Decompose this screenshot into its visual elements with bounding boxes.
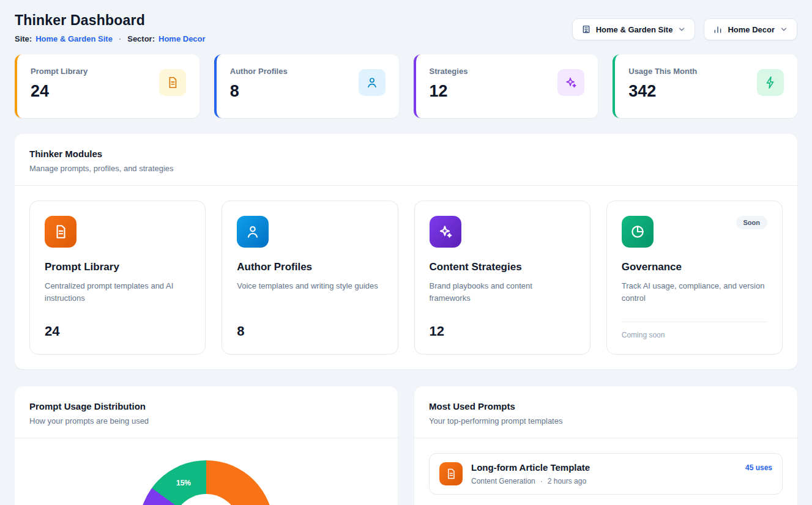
stat-label: Author Profiles bbox=[230, 67, 288, 76]
stat-value: 342 bbox=[628, 82, 697, 101]
usage-donut-chart: 15% bbox=[139, 460, 274, 505]
chevron-down-icon bbox=[677, 25, 686, 34]
module-card-content-strategies[interactable]: Content Strategies Brand playbooks and c… bbox=[414, 201, 590, 355]
site-label: Site: bbox=[15, 34, 32, 43]
stat-value: 24 bbox=[31, 82, 88, 101]
person-icon bbox=[237, 216, 269, 248]
prompt-title: Long-form Article Template bbox=[471, 462, 590, 473]
prompt-usage-card: Prompt Usage Distribution How your promp… bbox=[15, 386, 398, 505]
list-item[interactable]: Long-form Article Template Content Gener… bbox=[429, 453, 783, 495]
header-left: Thinker Dashboard Site: Home & Garden Si… bbox=[15, 12, 206, 43]
stats-row: Prompt Library 24 Author Profiles 8 Stra… bbox=[15, 54, 797, 118]
bar-chart-icon bbox=[713, 24, 723, 34]
stat-card-strategies: Strategies 12 bbox=[414, 54, 598, 118]
modules-panel-title: Thinker Modules bbox=[29, 149, 783, 159]
lightning-icon bbox=[757, 69, 784, 96]
stat-card-prompt-library: Prompt Library 24 bbox=[15, 54, 199, 118]
module-card-governance[interactable]: Soon Governance Track AI usage, complian… bbox=[606, 201, 783, 355]
page-header: Thinker Dashboard Site: Home & Garden Si… bbox=[15, 12, 797, 43]
usage-card-title: Prompt Usage Distribution bbox=[29, 401, 383, 411]
module-title: Author Profiles bbox=[237, 261, 382, 273]
document-icon bbox=[45, 216, 76, 248]
stat-label: Strategies bbox=[430, 67, 468, 76]
person-icon bbox=[359, 69, 386, 96]
separator-dot: · bbox=[540, 477, 543, 485]
prompt-category: Content Generation bbox=[471, 477, 535, 485]
module-description: Brand playbooks and content frameworks bbox=[430, 280, 575, 304]
sector-selector-label: Home Decor bbox=[728, 25, 775, 34]
soon-badge: Soon bbox=[736, 216, 768, 229]
site-selector-label: Home & Garden Site bbox=[596, 25, 673, 34]
building-icon bbox=[581, 24, 591, 34]
modules-grid: Prompt Library Centralized prompt templa… bbox=[15, 186, 797, 369]
module-title: Prompt Library bbox=[45, 261, 190, 273]
prompts-card-subtitle: Your top-performing prompt templates bbox=[429, 416, 783, 426]
prompt-meta: Content Generation · 2 hours ago bbox=[471, 477, 590, 485]
module-title: Content Strategies bbox=[430, 261, 575, 273]
header-controls: Home & Garden Site Home Decor bbox=[572, 18, 797, 40]
sector-link[interactable]: Home Decor bbox=[158, 34, 206, 43]
module-title: Governance bbox=[622, 261, 767, 273]
breadcrumb: Site: Home & Garden Site · Sector: Home … bbox=[15, 34, 206, 43]
usage-card-subtitle: How your prompts are being used bbox=[29, 416, 383, 426]
document-icon bbox=[159, 69, 186, 96]
module-description: Track AI usage, compliance, and version … bbox=[622, 280, 767, 304]
prompts-card-header: Most Used Prompts Your top-performing pr… bbox=[414, 386, 797, 438]
module-footer: Coming soon bbox=[622, 322, 767, 339]
module-count: 12 bbox=[430, 323, 575, 339]
stat-value: 8 bbox=[230, 82, 288, 101]
site-selector-dropdown[interactable]: Home & Garden Site bbox=[572, 18, 696, 40]
coming-soon-text: Coming soon bbox=[622, 331, 767, 339]
modules-panel-header: Thinker Modules Manage prompts, profiles… bbox=[15, 134, 797, 185]
sparkle-icon bbox=[557, 69, 584, 96]
separator-dot: · bbox=[119, 34, 121, 43]
prompts-card-title: Most Used Prompts bbox=[429, 401, 783, 411]
module-count: 24 bbox=[45, 323, 190, 339]
module-count: 8 bbox=[237, 323, 382, 339]
divider bbox=[622, 322, 767, 322]
site-link[interactable]: Home & Garden Site bbox=[35, 34, 113, 43]
stat-card-usage: Usage This Month 342 bbox=[613, 54, 797, 118]
module-card-prompt-library[interactable]: Prompt Library Centralized prompt templa… bbox=[29, 201, 206, 355]
module-card-author-profiles[interactable]: Author Profiles Voice templates and writ… bbox=[222, 201, 398, 355]
stat-card-author-profiles: Author Profiles 8 bbox=[214, 54, 399, 118]
sparkle-icon bbox=[430, 216, 461, 248]
chevron-down-icon bbox=[780, 25, 788, 34]
dashboard-page: Thinker Dashboard Site: Home & Garden Si… bbox=[0, 0, 812, 505]
stat-label: Usage This Month bbox=[628, 67, 697, 76]
prompt-uses-badge: 45 uses bbox=[745, 462, 772, 472]
bottom-row: Prompt Usage Distribution How your promp… bbox=[15, 386, 797, 505]
usage-card-header: Prompt Usage Distribution How your promp… bbox=[15, 386, 398, 438]
module-description: Voice templates and writing style guides bbox=[237, 280, 382, 292]
sector-selector-dropdown[interactable]: Home Decor bbox=[704, 18, 797, 40]
sector-label: Sector: bbox=[127, 34, 155, 43]
document-icon bbox=[439, 462, 463, 485]
module-description: Centralized prompt templates and AI inst… bbox=[45, 280, 190, 304]
thinker-modules-panel: Thinker Modules Manage prompts, profiles… bbox=[15, 134, 797, 369]
pie-chart-icon bbox=[622, 216, 654, 248]
stat-value: 12 bbox=[430, 82, 468, 101]
divider bbox=[15, 438, 398, 438]
donut-segment-label: 15% bbox=[176, 479, 191, 487]
most-used-prompts-card: Most Used Prompts Your top-performing pr… bbox=[414, 386, 797, 505]
modules-panel-subtitle: Manage prompts, profiles, and strategies bbox=[29, 164, 783, 173]
prompt-time: 2 hours ago bbox=[548, 477, 586, 485]
page-title: Thinker Dashboard bbox=[15, 12, 206, 29]
prompt-list: Long-form Article Template Content Gener… bbox=[414, 438, 797, 505]
stat-label: Prompt Library bbox=[31, 67, 88, 76]
